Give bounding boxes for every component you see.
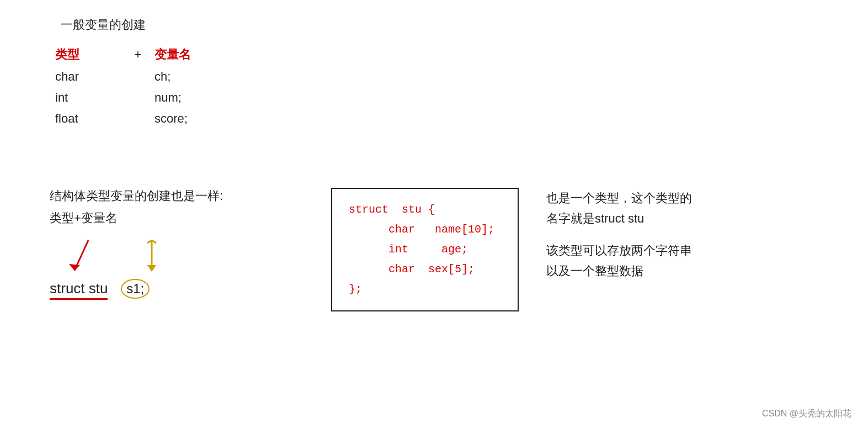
variable-table: 类型 + 变量名 char ch; int num; float score; — [55, 43, 191, 129]
plus-header: + — [121, 43, 155, 66]
struct-declaration: struct stu s1; — [50, 279, 150, 300]
table-row: int num; — [55, 87, 191, 108]
red-arrow-icon — [61, 237, 105, 279]
page-content: 一般变量的创建 类型 + 变量名 char ch; int num; float — [0, 0, 868, 428]
type-header: 类型 — [55, 43, 121, 66]
svg-marker-1 — [69, 264, 80, 271]
code-line-3: int age; — [349, 240, 501, 260]
code-line-5: }; — [349, 279, 501, 299]
explain-text-1: 也是一个类型，这个类型的 名字就是struct stu — [546, 188, 692, 229]
code-box: struct stu { char name[10]; int age; cha… — [331, 188, 519, 311]
page-title: 一般变量的创建 — [61, 17, 191, 33]
varname-ch: ch; — [155, 66, 191, 87]
varname-score: score; — [155, 108, 191, 129]
code-line-4: char sex[5]; — [349, 260, 501, 279]
table-header-row: 类型 + 变量名 — [55, 43, 191, 66]
right-explanation: 也是一个类型，这个类型的 名字就是struct stu 该类型可以存放两个字符串… — [546, 188, 692, 293]
code-line-1: struct stu { — [349, 200, 501, 220]
space — [112, 280, 116, 297]
top-section: 一般变量的创建 类型 + 变量名 char ch; int num; float — [55, 17, 191, 129]
varname-header: 变量名 — [155, 43, 191, 66]
varname-num: num; — [155, 87, 191, 108]
explain-text-2: 该类型可以存放两个字符串 以及一个整型数据 — [546, 240, 692, 282]
tan-arrow-icon — [135, 237, 179, 279]
struct-type-underlined: struct stu — [50, 280, 108, 300]
struct-intro-text: 结构体类型变量的创建也是一样: — [50, 188, 226, 204]
type-varname-label: 类型+变量名 — [50, 210, 226, 226]
bottom-left: 结构体类型变量的创建也是一样: 类型+变量名 — [50, 188, 226, 300]
s1-circled: s1; — [121, 279, 150, 299]
code-line-2: char name[10]; — [349, 220, 501, 240]
type-float: float — [55, 108, 121, 129]
table-row: float score; — [55, 108, 191, 129]
watermark: CSDN @头秃的太阳花 — [762, 408, 851, 420]
table-row: char ch; — [55, 66, 191, 87]
arrow-area — [50, 237, 226, 279]
svg-marker-3 — [147, 265, 156, 272]
type-char: char — [55, 66, 121, 87]
type-int: int — [55, 87, 121, 108]
